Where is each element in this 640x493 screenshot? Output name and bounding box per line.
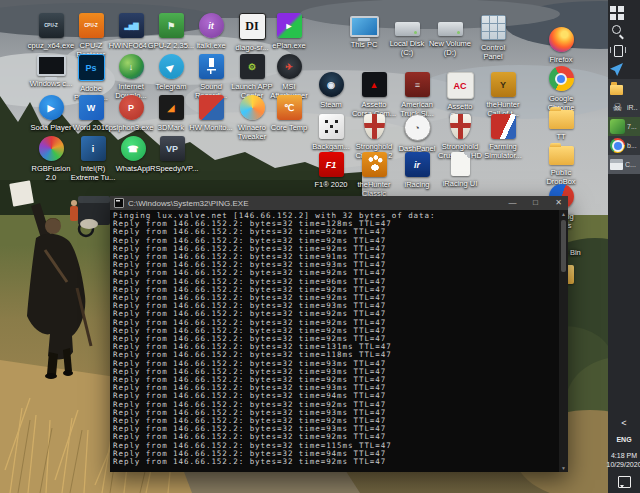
- desktop-icon-ats[interactable]: ≡AmericanTruck Si...: [393, 72, 441, 118]
- dashpanel-icon: ◔: [404, 114, 431, 141]
- iracing-icon: ir: [405, 152, 430, 177]
- search-icon: [610, 24, 625, 39]
- tray-overflow-chevron[interactable]: <: [621, 418, 626, 428]
- icon-label: This PC: [340, 40, 388, 49]
- psiphon-icon: P: [119, 95, 144, 120]
- hwmon-icon: [199, 95, 224, 120]
- desktop-icon-iracingui[interactable]: iRacing UI: [436, 152, 484, 188]
- desktop-icon-ttfolder[interactable]: TT: [537, 105, 585, 141]
- desktop-icon-dropbox[interactable]: PublicDropBox: [537, 141, 585, 186]
- desktop-icon-eplan[interactable]: ►ePlan.exe: [265, 13, 313, 50]
- desktop-icon-cotw[interactable]: YtheHunterCall of t...: [479, 72, 527, 118]
- taskbar-search[interactable]: [608, 22, 640, 41]
- tray-time: 4:18 PM: [606, 451, 640, 460]
- folder-icon: [549, 146, 574, 165]
- chrome-icon: [549, 66, 574, 91]
- taskbar-consoleapp[interactable]: C...: [608, 155, 640, 174]
- console-scrollbar[interactable]: ▲ ▼: [559, 210, 568, 472]
- desktop-icon-assettocorsa[interactable]: ACAssettoCorsa: [436, 72, 484, 120]
- folder-icon: [549, 110, 574, 129]
- taskview-icon: [610, 43, 625, 58]
- shieldcross-icon: [364, 114, 385, 139]
- console-line: Reply from 146.66.152.2: bytes=32 time=9…: [113, 458, 559, 466]
- maximize-button[interactable]: □: [526, 196, 545, 210]
- drive-icon: [438, 22, 463, 36]
- system-tray: < ENG 4:18 PM 10/29/2020: [608, 418, 640, 493]
- icon-label: Core Temp: [265, 123, 313, 132]
- desktop-icon-farming[interactable]: FarmingSimulator...: [479, 114, 527, 160]
- console-icon: [114, 198, 124, 208]
- taskbar-item-label: iR...: [627, 104, 638, 111]
- desktop-icon-thclassic[interactable]: theHunterClassic: [350, 152, 398, 198]
- thclassic-icon: [362, 152, 387, 177]
- idm-icon: ↓: [119, 54, 144, 79]
- xtu-icon: i: [81, 136, 106, 161]
- taskbar-chromeapp[interactable]: b...: [608, 136, 640, 155]
- icon-label: Firefox: [537, 55, 585, 64]
- soundrec-icon: [199, 54, 224, 79]
- desktop-icon-f1[interactable]: F1F1® 2020: [307, 152, 355, 189]
- icon-label: iRacing UI: [436, 179, 484, 188]
- soda-icon: ▶: [39, 95, 64, 120]
- assettocorsa-icon: AC: [447, 72, 474, 99]
- close-button[interactable]: ✕: [549, 196, 568, 210]
- scroll-down-icon[interactable]: ▼: [559, 464, 568, 472]
- dmark-icon: ◢: [159, 95, 184, 120]
- window-title: C:\Windows\System32\PING.EXE: [128, 199, 499, 208]
- console-body[interactable]: Pinging lux.valve.net [146.66.152.2] wit…: [110, 210, 559, 472]
- desktop-icon-controlpanel[interactable]: ControlPanel: [469, 15, 517, 61]
- taskbar-taskview[interactable]: [608, 41, 640, 60]
- hwinfo-icon: ▂▅▇: [119, 13, 144, 38]
- di-icon: DI: [239, 13, 266, 40]
- tray-clock[interactable]: 4:18 PM 10/29/2020: [606, 451, 640, 469]
- taskbar-item-label: b...: [627, 142, 637, 149]
- appcenter-icon: ⚙: [240, 54, 265, 79]
- desktop-icon-iracing[interactable]: iriRacing: [393, 152, 441, 189]
- explorer-icon: [610, 85, 623, 95]
- desktop-icon-coretemp[interactable]: ℃Core Temp: [265, 95, 313, 132]
- steam-icon: ◉: [319, 72, 344, 97]
- scroll-up-icon[interactable]: ▲: [559, 210, 568, 218]
- desktop-icon-msiab[interactable]: ✈MSIAfterburner: [265, 54, 313, 100]
- taskbar-plane[interactable]: [608, 60, 640, 79]
- firefox-icon: [549, 27, 574, 52]
- scrollbar-thumb[interactable]: [561, 220, 566, 272]
- desktop-icon-diskc[interactable]: Local Disk(C:): [383, 15, 431, 57]
- taskbar-skullapp[interactable]: ☠iR...: [608, 98, 640, 117]
- minimize-button[interactable]: —: [503, 196, 522, 210]
- taskbar-greenapp[interactable]: 7...: [608, 117, 640, 136]
- icon-label: IRSpeedy/VP...: [148, 164, 196, 173]
- icon-label: New Volume(D:): [426, 39, 474, 57]
- desktop-icon-thispc[interactable]: This PC: [340, 15, 388, 49]
- icon-label: F1® 2020: [307, 180, 355, 189]
- skullapp-icon: ☠: [610, 100, 625, 115]
- msiab-icon: ✈: [277, 54, 302, 79]
- desktop-icon-steam[interactable]: ◉Steam: [307, 72, 355, 109]
- desktop-icon-diskd[interactable]: New Volume(D:): [426, 15, 474, 57]
- taskbar-item-label: 7...: [627, 123, 637, 130]
- f1-icon: F1: [319, 152, 344, 177]
- ats-icon: ≡: [405, 72, 430, 97]
- desktop-icon-rgbfusion[interactable]: RGBFusion2.0: [27, 136, 75, 182]
- desktop-icon-irspeedy[interactable]: VPIRSpeedy/VP...: [148, 136, 196, 173]
- icon-label: ControlPanel: [469, 43, 517, 61]
- desktop-screen: CPU-Zcpuz_x64.exeCPU-ZCPU-ZRestorer▂▅▇HW…: [0, 0, 640, 493]
- tray-language[interactable]: ENG: [616, 436, 631, 443]
- action-center-icon[interactable]: [618, 476, 631, 488]
- photoshop-icon: Ps: [78, 54, 105, 81]
- taskbar-explorer[interactable]: [608, 79, 640, 98]
- icon-label: ePlan.exe: [265, 41, 313, 50]
- ping-window[interactable]: C:\Windows\System32\PING.EXE — □ ✕ Pingi…: [110, 196, 568, 472]
- desktop-icon-firefox[interactable]: Firefox: [537, 27, 585, 64]
- rgbfusion-icon: [39, 136, 64, 161]
- ping-window-titlebar[interactable]: C:\Windows\System32\PING.EXE — □ ✕: [110, 196, 568, 210]
- shieldcross-icon: [450, 114, 471, 139]
- icon-label: Steam: [307, 100, 355, 109]
- coretemp-icon: ℃: [277, 95, 302, 120]
- taskbar-item-label: C...: [625, 161, 636, 168]
- eplan-icon: ►: [277, 13, 302, 38]
- desktop-icon-acc[interactable]: ▲AssettoCorsa Com...: [350, 72, 398, 118]
- farming-icon: [491, 114, 516, 139]
- desktop-icon-dashpanel[interactable]: ◔DashPanel: [393, 114, 441, 153]
- taskbar-start[interactable]: [608, 3, 640, 22]
